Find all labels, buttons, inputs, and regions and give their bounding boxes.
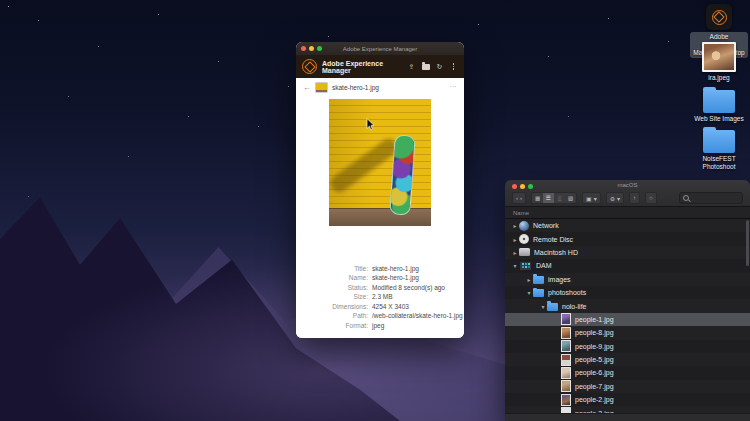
image-thumbnail-icon xyxy=(561,394,571,406)
folder-icon xyxy=(547,303,558,311)
finder-bottom-bar xyxy=(505,413,750,421)
disclosure-triangle-icon[interactable]: ▸ xyxy=(511,236,519,243)
desktop-icon-label: NoiseFEST Photoshoot xyxy=(690,155,748,171)
app-name: Adobe Experience Manager xyxy=(322,60,402,74)
tree-row-people-2[interactable]: people-2.jpg xyxy=(505,393,750,406)
image-thumbnail-icon xyxy=(561,313,571,325)
disclosure-triangle-icon[interactable]: ▾ xyxy=(539,303,547,310)
asset-thumbnail-icon xyxy=(315,82,328,93)
image-thumbnail-icon xyxy=(561,367,571,379)
refresh-icon[interactable]: ↻ xyxy=(435,62,444,71)
meta-row-title: Title: skate-hero-1.jpg xyxy=(296,264,464,273)
hard-drive-icon xyxy=(519,248,530,256)
search-input[interactable] xyxy=(679,192,743,204)
disclosure-triangle-icon[interactable]: ▸ xyxy=(511,222,519,229)
desktop-icon-label: Web Site Images xyxy=(694,115,743,123)
desktop-icon-ira-jpeg[interactable]: ira.jpeg xyxy=(690,42,748,82)
kebab-menu-icon[interactable] xyxy=(449,62,458,71)
asset-preview-image xyxy=(329,99,431,226)
stars xyxy=(8,6,9,7)
meta-row-name: Name: skate-hero-1.jpg xyxy=(296,273,464,282)
mouse-cursor xyxy=(366,118,375,131)
finder-window-title: macOS xyxy=(505,182,750,188)
image-thumbnail-icon xyxy=(561,354,571,366)
finder-window: macOS ‹› ▦ ☰ ░ ▨ ▣▾ ⚙▾ ↑ ○ xyxy=(505,180,750,421)
image-thumbnail-icon xyxy=(561,340,571,352)
aem-app-icon xyxy=(706,4,732,30)
disclosure-triangle-icon[interactable]: ▾ xyxy=(511,262,519,269)
aem-logo-icon xyxy=(712,10,727,25)
tags-button[interactable]: ○ xyxy=(645,192,657,204)
back-icon[interactable]: ← xyxy=(303,83,311,92)
disc-icon xyxy=(519,234,529,244)
tree-row-photoshoots[interactable]: ▾ photoshoots xyxy=(505,286,750,299)
folder-icon xyxy=(703,130,735,153)
desktop-icon-web-site-images[interactable]: Web Site Images xyxy=(690,86,748,123)
tree-row-remote-disc[interactable]: ▸ Remote Disc xyxy=(505,232,750,245)
asset-filename: skate-hero-1.jpg xyxy=(332,84,446,91)
network-icon xyxy=(519,221,529,231)
upload-icon[interactable]: ⇪ xyxy=(407,62,416,71)
meta-row-status: Status: Modified 8 second(s) ago xyxy=(296,283,464,292)
tree-row-people-1[interactable]: people-1.jpg xyxy=(505,313,750,326)
group-by-button[interactable]: ▣▾ xyxy=(582,192,601,204)
icon-view-icon[interactable]: ▦ xyxy=(532,193,543,203)
vertical-scrollbar[interactable] xyxy=(746,220,749,266)
asset-breadcrumb: ← skate-hero-1.jpg ⋯ xyxy=(296,78,464,96)
image-thumbnail-icon xyxy=(561,327,571,339)
gallery-view-icon[interactable]: ▨ xyxy=(565,193,576,203)
list-view-icon[interactable]: ☰ xyxy=(543,193,554,203)
asset-metadata: Title: skate-hero-1.jpg Name: skate-hero… xyxy=(296,264,464,330)
meta-row-path: Path: /web-collateral/skate-hero-1.jpg xyxy=(296,311,464,320)
disclosure-triangle-icon[interactable]: ▸ xyxy=(511,249,519,256)
meta-row-dimensions: Dimensions: 4254 X 3403 xyxy=(296,302,464,311)
desktop-icon-noisefest-photoshoot[interactable]: NoiseFEST Photoshoot xyxy=(690,126,748,171)
search-icon xyxy=(683,195,689,201)
desktop-icon-label: ira.jpeg xyxy=(708,74,729,82)
meta-row-format: Format: jpeg xyxy=(296,321,464,330)
folder-icon xyxy=(533,289,544,297)
aem-titlebar[interactable]: Adobe Experience Manager xyxy=(296,42,464,55)
tree-row-dam[interactable]: ▾ DAM xyxy=(505,259,750,272)
tree-row-macintosh-hd[interactable]: ▸ Macintosh HD xyxy=(505,246,750,259)
nav-back-forward[interactable]: ‹› xyxy=(512,192,526,204)
window-title: Adobe Experience Manager xyxy=(296,46,464,52)
tree-row-images[interactable]: ▸ images xyxy=(505,273,750,286)
aem-app-header: Adobe Experience Manager ⇪ ↻ xyxy=(296,55,464,78)
view-switcher[interactable]: ▦ ☰ ░ ▨ xyxy=(531,192,577,204)
tree-row-people-8[interactable]: people-8.jpg xyxy=(505,326,750,339)
action-menu-button[interactable]: ⚙▾ xyxy=(606,192,624,204)
photo-thumbnail-icon xyxy=(702,42,736,72)
folder-icon[interactable] xyxy=(421,62,430,71)
tree-row-people-5[interactable]: people-5.jpg xyxy=(505,353,750,366)
meta-row-size: Size: 2.3 MB xyxy=(296,292,464,301)
tree-row-people-7[interactable]: people-7.jpg xyxy=(505,380,750,393)
tree-row-people-9[interactable]: people-9.jpg xyxy=(505,340,750,353)
photo-ground xyxy=(329,208,431,226)
file-tree: ▸ Network ▸ Remote Disc ▸ Macintosh HD ▾… xyxy=(505,219,750,420)
tree-row-people-6[interactable]: people-6.jpg xyxy=(505,366,750,379)
column-header-name[interactable]: Name xyxy=(505,207,750,219)
aem-window: Adobe Experience Manager Adobe Experienc… xyxy=(296,42,464,338)
folder-icon xyxy=(533,276,544,284)
asset-detail-panel: ← skate-hero-1.jpg ⋯ Title: skate-hero-1… xyxy=(296,78,464,338)
dam-volume-icon xyxy=(519,261,532,271)
share-button[interactable]: ↑ xyxy=(629,192,640,204)
more-options-icon[interactable]: ⋯ xyxy=(450,83,458,91)
tree-row-network[interactable]: ▸ Network xyxy=(505,219,750,232)
tree-row-nolo-life[interactable]: ▾ nolo-life xyxy=(505,299,750,312)
image-thumbnail-icon xyxy=(561,380,571,392)
folder-icon xyxy=(703,90,735,113)
disclosure-triangle-icon[interactable]: ▸ xyxy=(525,276,533,283)
column-view-icon[interactable]: ░ xyxy=(554,193,565,203)
disclosure-triangle-icon[interactable]: ▾ xyxy=(525,289,533,296)
finder-toolbar: macOS ‹› ▦ ☰ ░ ▨ ▣▾ ⚙▾ ↑ ○ xyxy=(505,180,750,207)
aem-logo-icon xyxy=(302,59,317,74)
